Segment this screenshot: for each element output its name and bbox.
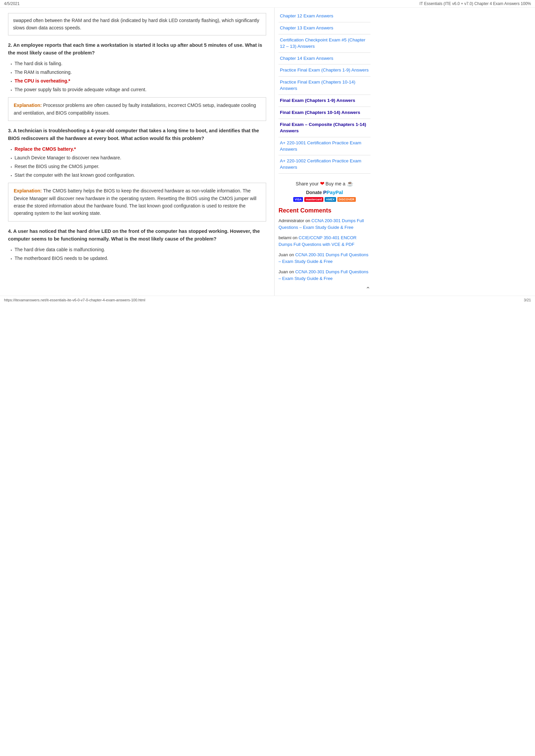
comment-item-3: Juan on CCNA 200-301 Dumps Full Question…: [279, 252, 370, 265]
explanation-label: Explanation:: [14, 188, 43, 193]
sidebar: Chapter 12 Exam Answers Chapter 13 Exam …: [274, 8, 374, 296]
sidebar-link-ch13[interactable]: Chapter 13 Exam Answers: [279, 22, 370, 34]
discover-badge: DISCOVER: [337, 197, 356, 202]
donate-button[interactable]: Donate P PayPal: [306, 189, 343, 195]
top-bar: 4/5/2021 IT Essentials (ITE v6.0 + v7.0)…: [0, 0, 535, 8]
explanation-2-block: Explanation: Processor problems are ofte…: [8, 97, 266, 121]
card-logos: VISA mastercard AMEX DISCOVER: [279, 197, 370, 202]
question-2-answers: ▪ The hard disk is failing. ▪ The RAM is…: [8, 60, 266, 93]
comment-item-1: Administrator on CCNA 200-301 Dumps Full…: [279, 217, 370, 231]
question-4-text: 4. A user has noticed that the hard driv…: [8, 228, 266, 243]
coffee-icon: ☕: [347, 181, 353, 186]
share-text: Share your: [296, 181, 318, 186]
question-2-block: 2. An employee reports that each time a …: [8, 41, 266, 121]
comment-user-4: Juan: [279, 269, 288, 274]
sidebar-link-cert-cp5[interactable]: Certification Checkpoint Exam #5 (Chapte…: [279, 34, 370, 53]
buy-text: Buy me a: [326, 181, 345, 186]
answer-item: ▪ Launch Device Manager to discover new …: [11, 154, 266, 161]
intro-block: swapped often between the RAM and the ha…: [8, 13, 266, 35]
amex-badge: AMEX: [325, 197, 336, 202]
bullet-icon: ▪: [11, 88, 12, 93]
bullet-icon: ▪: [11, 248, 12, 253]
answer-item: ▪ Reset the BIOS using the CMOS jumper.: [11, 163, 266, 170]
bullet-icon: ▪: [11, 147, 12, 152]
question-4-block: 4. A user has noticed that the hard driv…: [8, 228, 266, 262]
answer-item: ▪ The hard disk is failing.: [11, 60, 266, 67]
page-url: https://itexamanswers.net/it-essentials-…: [4, 298, 145, 302]
sidebar-link-fe-10-14[interactable]: Final Exam (Chapters 10-14) Answers: [279, 107, 370, 119]
paypal-text: PayPal: [327, 189, 343, 195]
page-title: IT Essentials (ITE v6.0 + v7.0) Chapter …: [419, 1, 531, 6]
comment-preposition-1: on: [305, 218, 311, 223]
recent-comments-section: Recent Comments Administrator on CCNA 20…: [279, 207, 370, 293]
bullet-icon: ▪: [11, 70, 12, 75]
explanation-3-block: Explanation: The CMOS battery helps the …: [8, 183, 266, 221]
sidebar-link-ch12[interactable]: Chapter 12 Exam Answers: [279, 10, 370, 22]
bullet-icon: ▪: [11, 164, 12, 169]
main-content: swapped often between the RAM and the ha…: [0, 8, 274, 296]
question-3-block: 3. A technician is troubleshooting a 4-y…: [8, 127, 266, 221]
page-layout: swapped often between the RAM and the ha…: [0, 8, 535, 296]
sidebar-link-ch14[interactable]: Chapter 14 Exam Answers: [279, 53, 370, 65]
recent-comments-title: Recent Comments: [279, 207, 370, 214]
question-3-text: 3. A technician is troubleshooting a 4-y…: [8, 127, 266, 142]
comment-preposition-4: on: [289, 269, 295, 274]
explanation-3-text: The CMOS battery helps the BIOS to keep …: [14, 188, 256, 216]
question-2-text: 2. An employee reports that each time a …: [8, 41, 266, 57]
donate-label: Donate: [306, 190, 322, 195]
comment-preposition-3: on: [289, 252, 295, 257]
comment-user-2: belami: [279, 235, 291, 240]
bullet-icon: ▪: [11, 156, 12, 161]
explanation-2-text: Processor problems are often caused by f…: [14, 103, 256, 115]
question-4-answers: ▪ The hard drive data cable is malfuncti…: [8, 246, 266, 262]
sidebar-link-pfe-10-14[interactable]: Practice Final Exam (Chapters 10-14) Ans…: [279, 77, 370, 95]
bullet-icon: ▪: [11, 61, 12, 66]
comment-user-3: Juan: [279, 252, 288, 257]
comment-item-4: Juan on CCNA 200-301 Dumps Full Question…: [279, 269, 370, 282]
comment-user-1: Administrator: [279, 218, 304, 223]
answer-item: ▪ The motherboard BIOS needs to be updat…: [11, 255, 266, 262]
answer-item-correct: ▪ Replace the CMOS battery.*: [11, 146, 266, 153]
answer-item: ▪ The hard drive data cable is malfuncti…: [11, 246, 266, 253]
bullet-icon: ▪: [11, 173, 12, 178]
share-line: Share your ❤ Buy me a ☕: [279, 180, 370, 187]
back-to-top-button[interactable]: ⌃: [279, 286, 370, 293]
explanation-label: Explanation:: [14, 103, 43, 108]
heart-icon: ❤: [320, 181, 324, 186]
sidebar-link-fe-composite[interactable]: Final Exam – Composite (Chapters 1-14) A…: [279, 119, 370, 137]
comment-item-2: belami on CCIE/CCNP 350-401 ENCOR Dumps …: [279, 235, 370, 248]
bullet-icon: ▪: [11, 256, 12, 261]
date-label: 4/5/2021: [4, 1, 20, 6]
answer-item-correct: ▪ The CPU is overheating.*: [11, 78, 266, 85]
sidebar-link-aplus-1002[interactable]: A+ 220-1002 Certification Practice Exam …: [279, 155, 370, 174]
mastercard-badge: mastercard: [304, 197, 323, 202]
comment-preposition-2: on: [293, 235, 299, 240]
answer-item: ▪ The RAM is malfunctioning.: [11, 69, 266, 76]
answer-item: ▪ Start the computer with the last known…: [11, 172, 266, 179]
sidebar-link-aplus-1001[interactable]: A+ 220-1001 Certification Practice Exam …: [279, 137, 370, 156]
intro-text: swapped often between the RAM and the ha…: [13, 18, 259, 30]
sidebar-link-pfe-1-9[interactable]: Practice Final Exam (Chapters 1-9) Answe…: [279, 64, 370, 77]
question-3-answers: ▪ Replace the CMOS battery.* ▪ Launch De…: [8, 146, 266, 179]
bottom-bar: https://itexamanswers.net/it-essentials-…: [0, 296, 535, 304]
sidebar-link-fe-1-9[interactable]: Final Exam (Chapters 1-9) Answers: [279, 95, 370, 107]
paypal-p-icon: P: [323, 189, 327, 195]
donate-section: Share your ❤ Buy me a ☕ Donate P PayPal …: [279, 180, 370, 202]
visa-badge: VISA: [293, 197, 303, 202]
bullet-icon: ▪: [11, 79, 12, 84]
page-number: 3/21: [524, 298, 531, 302]
chevron-up-icon: ⌃: [365, 286, 370, 293]
answer-item: ▪ The power supply fails to provide adeq…: [11, 86, 266, 93]
